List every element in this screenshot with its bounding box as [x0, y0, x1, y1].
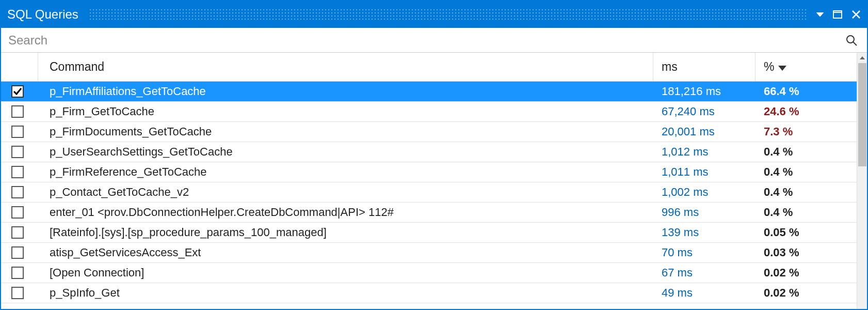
table-row[interactable]: p_FirmAffiliations_GetToCache181,216 ms6… — [1, 82, 857, 102]
table-row[interactable]: p_Firm_GetToCache67,240 ms24.6 % — [1, 102, 857, 122]
row-command: [Open Connection] — [38, 263, 653, 283]
row-command: p_SpInfo_Get — [38, 283, 653, 303]
table-row[interactable]: [Open Connection]67 ms0.02 % — [1, 263, 857, 283]
row-percent: 0.4 % — [756, 182, 857, 202]
table-row[interactable]: enter_01 <prov.DbConnectionHelper.Create… — [1, 203, 857, 223]
row-checkbox[interactable] — [11, 146, 24, 158]
vertical-scrollbar[interactable] — [857, 53, 867, 309]
scroll-thumb[interactable] — [858, 63, 866, 166]
table-row[interactable]: p_FirmReference_GetToCache1,011 ms0.4 % — [1, 162, 857, 182]
table-row[interactable]: p_Contact_GetToCache_v21,002 ms0.4 % — [1, 182, 857, 203]
maximize-icon — [833, 10, 842, 19]
header-command-label: Command — [50, 60, 104, 74]
row-checkbox[interactable] — [11, 85, 24, 98]
svg-marker-8 — [860, 56, 865, 59]
row-percent: 0.4 % — [756, 142, 857, 162]
row-checkbox[interactable] — [11, 287, 24, 299]
row-command: atisp_GetServicesAccess_Ext — [38, 243, 653, 262]
row-command: p_FirmReference_GetToCache — [38, 162, 653, 182]
titlebar-grip[interactable] — [89, 8, 807, 21]
row-percent: 0.03 % — [756, 243, 857, 262]
row-ms: 1,012 ms — [653, 142, 756, 162]
row-percent: 0.05 % — [756, 223, 857, 242]
window-title: SQL Queries — [7, 7, 85, 22]
row-ms: 70 ms — [653, 243, 756, 262]
row-checkbox-cell — [1, 82, 38, 101]
row-command: p_Contact_GetToCache_v2 — [38, 182, 653, 202]
row-checkbox[interactable] — [11, 267, 24, 279]
row-percent: 7.3 % — [756, 122, 857, 142]
row-percent: 66.4 % — [756, 82, 857, 101]
row-ms: 996 ms — [653, 203, 756, 222]
header-percent-label: % — [764, 60, 774, 74]
row-checkbox[interactable] — [11, 226, 24, 239]
row-command: [Rateinfo].[sys].[sp_procedure_params_10… — [38, 223, 653, 242]
table-container: Command ms % p_FirmAffiliations_GetToCac… — [1, 53, 867, 309]
row-checkbox[interactable] — [11, 105, 24, 118]
row-percent: 24.6 % — [756, 102, 857, 121]
titlebar: SQL Queries — [1, 1, 867, 28]
window-controls — [811, 10, 861, 19]
sort-desc-icon — [778, 60, 786, 74]
row-percent: 0.4 % — [756, 203, 857, 222]
header-checkbox-column[interactable] — [1, 53, 38, 81]
row-ms: 20,001 ms — [653, 122, 756, 142]
dropdown-button[interactable] — [816, 12, 824, 17]
maximize-button[interactable] — [833, 10, 842, 19]
row-checkbox[interactable] — [11, 126, 24, 138]
table-header: Command ms % — [1, 53, 857, 82]
row-checkbox-cell — [1, 283, 38, 303]
row-checkbox-cell — [1, 223, 38, 242]
svg-marker-0 — [816, 12, 824, 17]
row-checkbox-cell — [1, 142, 38, 162]
close-button[interactable] — [851, 10, 861, 19]
row-checkbox[interactable] — [11, 246, 24, 259]
search-icon — [845, 34, 858, 47]
chevron-down-icon — [816, 12, 824, 17]
row-percent: 0.02 % — [756, 283, 857, 303]
header-percent[interactable]: % — [756, 53, 857, 81]
row-checkbox[interactable] — [11, 206, 24, 219]
row-checkbox-cell — [1, 122, 38, 142]
row-command: p_FirmDocuments_GetToCache — [38, 122, 653, 142]
search-button[interactable] — [843, 34, 860, 47]
row-ms: 181,216 ms — [653, 82, 756, 101]
row-checkbox-cell — [1, 102, 38, 121]
table-row[interactable]: p_SpInfo_Get49 ms0.02 % — [1, 283, 857, 303]
table-row[interactable]: atisp_GetServicesAccess_Ext70 ms0.03 % — [1, 243, 857, 263]
scroll-up-arrow[interactable] — [857, 53, 867, 63]
row-command: p_Firm_GetToCache — [38, 102, 653, 121]
table-body: p_FirmAffiliations_GetToCache181,216 ms6… — [1, 82, 857, 303]
row-ms: 67 ms — [653, 263, 756, 283]
row-ms: 139 ms — [653, 223, 756, 242]
row-checkbox-cell — [1, 162, 38, 182]
header-ms-label: ms — [662, 60, 678, 74]
row-checkbox-cell — [1, 243, 38, 262]
row-checkbox-cell — [1, 263, 38, 283]
table-row[interactable]: [Rateinfo].[sys].[sp_procedure_params_10… — [1, 223, 857, 243]
row-ms: 49 ms — [653, 283, 756, 303]
search-bar — [1, 28, 867, 53]
table-row[interactable]: p_UserSearchSettings_GetToCache1,012 ms0… — [1, 142, 857, 162]
row-checkbox[interactable] — [11, 166, 24, 178]
row-checkbox[interactable] — [11, 186, 24, 198]
header-ms[interactable]: ms — [653, 53, 756, 81]
svg-point-5 — [847, 36, 854, 43]
svg-line-6 — [853, 42, 857, 45]
row-percent: 0.4 % — [756, 162, 857, 182]
row-ms: 1,011 ms — [653, 162, 756, 182]
row-command: p_FirmAffiliations_GetToCache — [38, 82, 653, 101]
queries-table: Command ms % p_FirmAffiliations_GetToCac… — [1, 53, 857, 309]
search-input[interactable] — [8, 33, 843, 48]
row-checkbox-cell — [1, 203, 38, 222]
table-row[interactable]: p_FirmDocuments_GetToCache20,001 ms7.3 % — [1, 122, 857, 142]
row-command: enter_01 <prov.DbConnectionHelper.Create… — [38, 203, 653, 222]
row-percent: 0.02 % — [756, 263, 857, 283]
checkmark-icon — [13, 87, 22, 96]
header-command[interactable]: Command — [38, 53, 653, 81]
row-command: p_UserSearchSettings_GetToCache — [38, 142, 653, 162]
row-ms: 67,240 ms — [653, 102, 756, 121]
close-icon — [851, 10, 861, 19]
row-ms: 1,002 ms — [653, 182, 756, 202]
row-checkbox-cell — [1, 182, 38, 202]
